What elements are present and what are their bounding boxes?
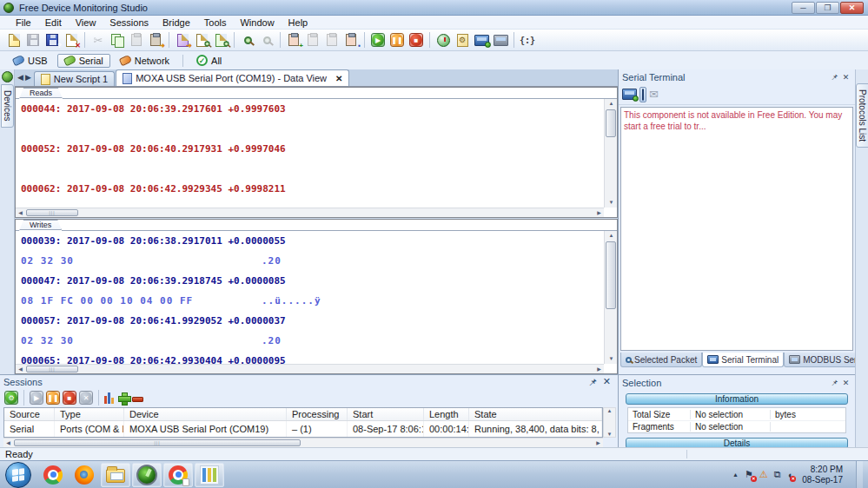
new-session-icon[interactable]: ⚙ xyxy=(4,391,18,405)
tab-scroll-left-icon[interactable]: ◀ xyxy=(17,73,23,82)
close-session-icon[interactable]: ✕ xyxy=(79,391,93,405)
menu-bridge[interactable]: Bridge xyxy=(156,16,197,29)
find-icon[interactable] xyxy=(193,31,210,49)
taskbar-firefox-icon[interactable] xyxy=(70,463,99,487)
pause-monitoring-icon[interactable]: ❚❚ xyxy=(388,31,406,49)
tab-serial-terminal[interactable]: Serial Terminal xyxy=(702,353,784,367)
play-session-icon[interactable]: ▶ xyxy=(30,391,43,405)
scroll-thumb[interactable] xyxy=(606,241,616,309)
network-tray-icon[interactable]: ⧉ xyxy=(774,469,781,480)
find-next-icon[interactable] xyxy=(212,31,229,49)
show-desktop-button[interactable] xyxy=(856,461,863,488)
scroll-right-icon[interactable]: ▶ xyxy=(594,208,604,218)
zoom-out-icon[interactable] xyxy=(258,31,275,49)
reads-horizontal-scrollbar[interactable]: ◀ ||| ▶ xyxy=(16,208,604,217)
statistics-icon[interactable] xyxy=(104,392,116,404)
pin-icon[interactable]: 📌︎ xyxy=(829,377,840,388)
devices-vertical-tab[interactable]: Devices xyxy=(1,84,14,128)
windows-layout-icon[interactable] xyxy=(492,31,509,49)
scroll-down-icon[interactable]: ▼ xyxy=(604,432,615,437)
tab-all[interactable]: ✓ All xyxy=(190,54,228,67)
scroll-left-icon[interactable]: ◀ xyxy=(16,208,25,218)
writes-tab[interactable]: Writes xyxy=(19,220,62,231)
close-panel-icon[interactable]: ✕ xyxy=(840,377,851,388)
pin-icon[interactable]: 📌︎ xyxy=(829,71,840,82)
col-state[interactable]: State xyxy=(469,408,602,420)
taskbar-photos-icon[interactable] xyxy=(195,463,224,487)
save-packet-icon[interactable]: ▪ xyxy=(342,31,360,49)
scroll-thumb[interactable]: ||| xyxy=(26,366,78,373)
remove-session-icon[interactable] xyxy=(132,397,143,402)
new-script-icon[interactable] xyxy=(5,31,23,49)
session-row[interactable]: Serial Ports (COM & LPT) MOXA USB Serial… xyxy=(4,421,602,438)
zoom-in-icon[interactable] xyxy=(239,31,256,49)
close-panel-icon[interactable]: ✕ xyxy=(603,376,611,387)
tab-serial[interactable]: Serial xyxy=(57,54,110,68)
show-panel-icon[interactable] xyxy=(473,31,490,49)
close-document-icon[interactable]: ✕ xyxy=(63,31,80,49)
col-start[interactable]: Start xyxy=(348,408,424,420)
tab-usb[interactable]: USB xyxy=(7,55,54,67)
tab-network[interactable]: Network xyxy=(114,55,176,67)
tab-close-icon[interactable]: ✕ xyxy=(335,74,342,83)
export-structure-icon[interactable]: ➜ xyxy=(174,31,191,49)
stop-session-icon[interactable]: ■ xyxy=(63,391,76,405)
writes-vertical-scrollbar[interactable]: ▲ ▼ xyxy=(604,231,617,364)
action-center-icon[interactable]: ⚑✕ xyxy=(745,469,753,480)
taskbar-chrome-profile-icon[interactable] xyxy=(163,463,193,487)
col-device[interactable]: Device xyxy=(124,408,287,420)
scroll-thumb[interactable]: ||| xyxy=(14,439,301,446)
menu-view[interactable]: View xyxy=(69,16,103,29)
reads-tab[interactable]: Reads xyxy=(19,88,63,99)
paste-icon[interactable] xyxy=(128,31,145,49)
save-as-icon[interactable]: ? xyxy=(43,31,61,49)
sessions-vertical-scrollbar[interactable]: ▲ ▼ xyxy=(603,407,616,438)
menu-window[interactable]: Window xyxy=(233,16,281,29)
restore-button[interactable]: ❐ xyxy=(816,2,839,14)
reads-content[interactable]: 000044: 2017-09-08 20:06:39.2917601 +0.9… xyxy=(16,99,604,208)
close-panel-icon[interactable]: ✕ xyxy=(840,71,851,82)
scroll-thumb[interactable] xyxy=(606,109,616,137)
stop-monitoring-icon[interactable]: ■ xyxy=(407,31,425,49)
taskbar-monitoring-studio-icon[interactable] xyxy=(132,463,162,487)
scroll-up-icon[interactable]: ▲ xyxy=(605,99,618,109)
show-hidden-icons[interactable]: ▲ xyxy=(732,472,739,478)
col-type[interactable]: Type xyxy=(55,408,124,420)
scroll-up-icon[interactable]: ▲ xyxy=(604,408,615,413)
serial-terminal-body[interactable]: This component is not available in Free … xyxy=(620,107,853,351)
scroll-up-icon[interactable]: ▲ xyxy=(605,231,618,241)
information-section-header[interactable]: Information xyxy=(626,393,848,405)
menu-help[interactable]: Help xyxy=(282,16,315,29)
save-icon[interactable] xyxy=(24,31,42,49)
tab-selected-packet[interactable]: Selected Packet xyxy=(620,353,702,367)
options-icon[interactable]: ⚙ xyxy=(454,31,471,49)
taskbar-chrome-icon[interactable] xyxy=(38,463,68,487)
send-envelope-icon[interactable]: ✉ xyxy=(649,88,659,101)
new-packet-icon[interactable]: + xyxy=(285,31,302,49)
volume-tray-icon[interactable]: ◖✕ xyxy=(787,470,793,480)
scroll-right-icon[interactable]: ▶ xyxy=(594,365,604,374)
warning-tray-icon[interactable]: ⚠ xyxy=(759,469,768,480)
start-monitoring-icon[interactable]: ▶ xyxy=(369,31,387,49)
tab-scroll-right-icon[interactable]: ▶ xyxy=(25,73,31,82)
pause-session-icon[interactable]: ❚❚ xyxy=(46,391,60,405)
writes-horizontal-scrollbar[interactable]: ◀ ||| ▶ xyxy=(16,364,604,373)
menu-file[interactable]: File xyxy=(9,16,38,29)
menu-sessions[interactable]: Sessions xyxy=(103,16,156,29)
add-session-icon[interactable] xyxy=(118,392,129,404)
writes-content[interactable]: 000039: 2017-09-08 20:06:38.2917011 +0.0… xyxy=(16,231,604,364)
scroll-left-icon[interactable]: ◀ xyxy=(16,365,25,374)
source-code-icon[interactable]: {:} xyxy=(519,31,536,49)
close-button[interactable]: ✕ xyxy=(840,2,864,14)
scroll-down-icon[interactable]: ▼ xyxy=(605,198,618,208)
packet-back-icon[interactable] xyxy=(304,31,321,49)
reads-vertical-scrollbar[interactable]: ▲ ▼ xyxy=(604,99,617,208)
taskbar-explorer-icon[interactable] xyxy=(101,463,130,487)
paste-append-icon[interactable]: ➜ xyxy=(147,31,164,49)
start-button[interactable] xyxy=(5,462,31,488)
scroll-down-icon[interactable]: ▼ xyxy=(605,354,618,364)
col-processing[interactable]: Processing xyxy=(287,408,348,420)
terminal-view-icon[interactable] xyxy=(639,87,646,102)
cut-icon[interactable]: ✂ xyxy=(89,31,107,49)
menu-edit[interactable]: Edit xyxy=(38,16,69,29)
